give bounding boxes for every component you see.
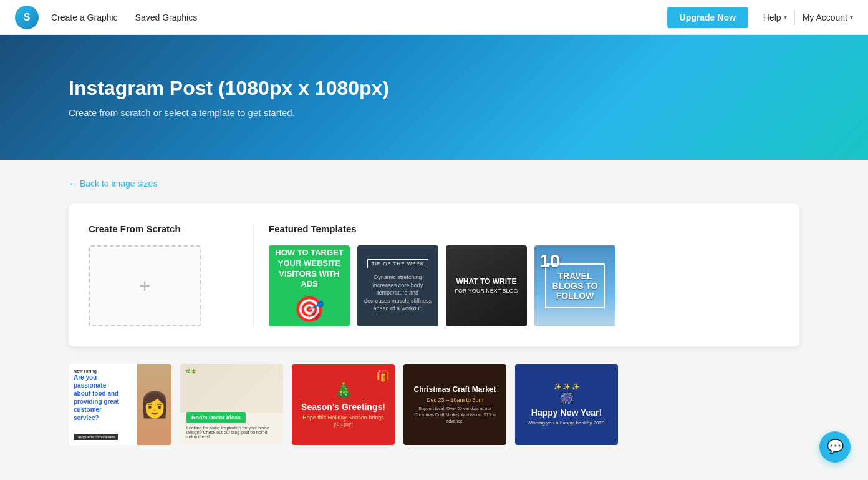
template-target-ads[interactable]: HOW TO TARGET YOUR WEBSITE VISITORS WITH… <box>269 245 350 326</box>
template-tip-week[interactable]: TIP OF THE WEEK Dynamic stretching incre… <box>357 245 438 326</box>
plus-icon: + <box>139 275 151 298</box>
tip-text: Dynamic stretching increases core body t… <box>364 273 432 313</box>
logo-avatar: S <box>15 6 39 29</box>
hiring-url: TastyTable.com/careers <box>74 434 118 440</box>
scratch-column: Create From Scratch + <box>89 223 238 326</box>
hiring-main: Are you passionate about food and provid… <box>74 373 125 422</box>
craft-title: Christmas Craft Market <box>413 385 496 395</box>
templates-card: Create From Scratch + Featured Templates… <box>69 203 799 346</box>
tpl1-title: HOW TO TARGET YOUR WEBSITE VISITORS WITH… <box>275 248 344 290</box>
upgrade-now-button[interactable]: Upgrade Now <box>667 7 748 28</box>
stars-decoration: ✨ ✨ ✨ <box>554 383 580 390</box>
craft-date: Dec 23 – 10am to 3pm <box>427 397 483 403</box>
target-icon: 🎯 <box>275 295 344 324</box>
page-subtitle: Create from scratch or select a template… <box>69 107 799 118</box>
hero-section: Instagram Post (1080px x 1080px) Create … <box>0 35 868 160</box>
create-graphic-link[interactable]: Create a Graphic <box>51 12 118 22</box>
room-badge: Room Decor Ideas <box>186 412 246 423</box>
tpl4-number: 10 <box>539 250 560 272</box>
decor-icon: 🎁 <box>376 369 390 383</box>
featured-heading: Featured Templates <box>269 223 779 234</box>
nav-separator <box>794 10 795 25</box>
help-caret: ▾ <box>784 14 787 21</box>
help-menu[interactable]: Help ▾ <box>763 12 787 22</box>
tip-badge: TIP OF THE WEEK <box>367 259 429 268</box>
account-caret: ▾ <box>850 14 853 21</box>
scratch-heading: Create From Scratch <box>89 223 238 234</box>
tree-icon: 🎄 <box>334 382 353 399</box>
chat-support-button[interactable]: 💬 <box>819 431 851 463</box>
page-title: Instagram Post (1080px x 1080px) <box>69 77 799 100</box>
template-new-year[interactable]: ✨ ✨ ✨ 🎆 Happy New Year! Wishing you a ha… <box>515 364 618 445</box>
create-scratch-button[interactable]: + <box>89 245 201 326</box>
template-what-to-write[interactable]: WHAT TO WRITE FOR YOUR NEXT BLOG <box>446 245 527 326</box>
navbar: S Create a Graphic Saved Graphics Upgrad… <box>0 0 868 35</box>
back-to-image-sizes-link[interactable]: ← Back to image sizes <box>69 179 799 189</box>
featured-column: Featured Templates HOW TO TARGET YOUR WE… <box>269 223 779 326</box>
template-craft-market[interactable]: Christmas Craft Market Dec 23 – 10am to … <box>403 364 506 445</box>
greetings-sub: Hope this Holiday Season brings you joy! <box>298 414 388 427</box>
room-text: Looking for some inspiration for your ho… <box>186 426 277 439</box>
hiring-photo: 👩 <box>137 364 171 445</box>
main-content: ← Back to image sizes Create From Scratc… <box>0 160 868 464</box>
tpl3-text: WHAT TO WRITE FOR YOUR NEXT BLOG <box>448 271 524 301</box>
template-hiring[interactable]: Now Hiring Are you passionate about food… <box>69 364 171 445</box>
template-seasons-greetings[interactable]: 🎄 🎁 Season's Greetings! Hope this Holida… <box>292 364 395 445</box>
greetings-text: Season's Greetings! <box>301 402 385 412</box>
saved-graphics-link[interactable]: Saved Graphics <box>135 12 198 22</box>
chat-icon: 💬 <box>827 439 844 455</box>
template-travel-blogs[interactable]: 10 TRAVEL BLOGS TO FOLLOW <box>534 245 615 326</box>
vertical-divider <box>253 223 254 326</box>
ny-title: Happy New Year! <box>531 408 602 418</box>
template-room-decor[interactable]: 🌿🪴 Room Decor Ideas Looking for some ins… <box>180 364 283 445</box>
section-layout: Create From Scratch + Featured Templates… <box>89 223 779 326</box>
fireworks-icon: 🎆 <box>560 391 574 405</box>
featured-templates-row: HOW TO TARGET YOUR WEBSITE VISITORS WITH… <box>269 245 779 326</box>
craft-sub: Support local. Over 50 vendors at our Ch… <box>411 406 499 424</box>
bottom-templates-row: Now Hiring Are you passionate about food… <box>69 364 799 445</box>
my-account-menu[interactable]: My Account ▾ <box>803 12 853 22</box>
ny-sub: Wishing you a happy, healthy 2020! <box>527 420 605 426</box>
